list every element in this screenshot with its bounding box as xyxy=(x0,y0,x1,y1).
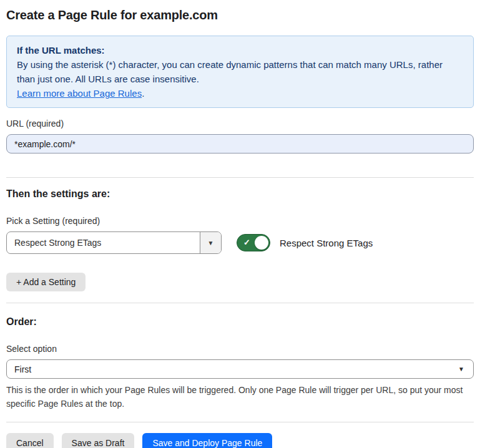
toggle-knob xyxy=(255,236,268,250)
order-section-heading: Order: xyxy=(6,316,474,328)
info-box-link-line: Learn more about Page Rules. xyxy=(17,86,463,100)
order-help-text: This is the order in which your Page Rul… xyxy=(6,383,469,411)
page-title: Create a Page Rule for example.com xyxy=(6,0,474,22)
setting-select-arrow-button[interactable]: ▼ xyxy=(200,232,221,253)
setting-select[interactable]: Respect Strong ETags ▼ xyxy=(6,231,222,254)
page-rule-form: Create a Page Rule for example.com If th… xyxy=(0,0,480,448)
link-suffix: . xyxy=(142,88,144,99)
order-select[interactable]: First ▼ xyxy=(6,359,474,379)
cancel-button[interactable]: Cancel xyxy=(6,433,54,448)
etags-toggle[interactable]: ✓ xyxy=(237,234,270,251)
add-setting-button[interactable]: + Add a Setting xyxy=(6,273,86,291)
settings-section-heading: Then the settings are: xyxy=(6,188,474,200)
chevron-down-icon: ▼ xyxy=(458,366,464,373)
check-icon: ✓ xyxy=(243,238,250,246)
order-select-label: Select option xyxy=(6,343,474,354)
divider xyxy=(6,422,474,422)
learn-more-link[interactable]: Learn more about Page Rules xyxy=(17,88,142,99)
url-match-info-box: If the URL matches: By using the asteris… xyxy=(6,36,474,108)
setting-select-value: Respect Strong ETags xyxy=(7,238,200,248)
setting-picker-label: Pick a Setting (required) xyxy=(6,215,474,226)
dropdown-arrow-icon: ▼ xyxy=(208,240,214,246)
url-field-label: URL (required) xyxy=(6,118,474,129)
toggle-label: Respect Strong ETags xyxy=(280,238,373,248)
info-box-heading: If the URL matches: xyxy=(17,43,463,57)
save-and-deploy-button[interactable]: Save and Deploy Page Rule xyxy=(142,433,272,448)
divider xyxy=(6,303,474,303)
save-as-draft-button[interactable]: Save as Draft xyxy=(62,433,135,448)
divider xyxy=(6,177,474,178)
info-box-body: By using the asterisk (*) character, you… xyxy=(17,57,463,86)
footer-actions: Cancel Save as Draft Save and Deploy Pag… xyxy=(6,433,474,448)
url-input[interactable] xyxy=(6,134,474,153)
order-select-value: First xyxy=(14,364,458,374)
setting-row: Respect Strong ETags ▼ ✓ Respect Strong … xyxy=(6,231,474,254)
